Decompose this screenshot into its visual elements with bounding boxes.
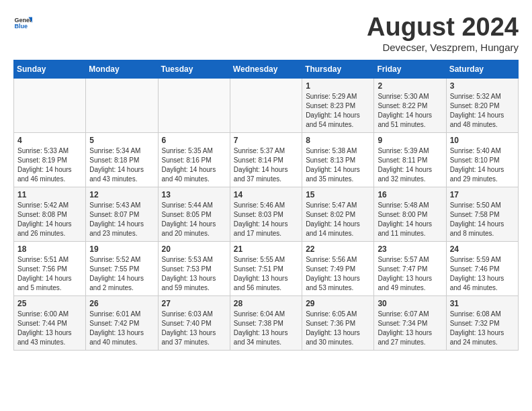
day-number: 14 — [234, 190, 298, 199]
day-info: Sunrise: 5:33 AM Sunset: 8:19 PM Dayligh… — [17, 146, 82, 184]
day-number: 27 — [162, 299, 226, 308]
calendar-cell: 24Sunrise: 5:59 AM Sunset: 7:46 PM Dayli… — [446, 241, 518, 295]
calendar-cell: 31Sunrise: 6:08 AM Sunset: 7:32 PM Dayli… — [446, 295, 518, 350]
calendar-cell: 1Sunrise: 5:29 AM Sunset: 8:23 PM Daylig… — [302, 78, 374, 132]
page-header: General Blue August 2024 Devecser, Veszp… — [13, 13, 519, 53]
day-info: Sunrise: 5:48 AM Sunset: 8:00 PM Dayligh… — [378, 201, 442, 238]
day-number: 11 — [17, 190, 82, 199]
calendar-cell: 4Sunrise: 5:33 AM Sunset: 8:19 PM Daylig… — [14, 132, 86, 187]
month-title: August 2024 — [367, 13, 519, 42]
day-info: Sunrise: 5:56 AM Sunset: 7:49 PM Dayligh… — [306, 255, 370, 293]
calendar-cell: 11Sunrise: 5:42 AM Sunset: 8:08 PM Dayli… — [14, 187, 86, 241]
calendar-cell: 22Sunrise: 5:56 AM Sunset: 7:49 PM Dayli… — [302, 241, 374, 295]
title-block: August 2024 Devecser, Veszprem, Hungary — [367, 13, 519, 53]
day-info: Sunrise: 5:46 AM Sunset: 8:03 PM Dayligh… — [234, 201, 298, 238]
calendar-cell — [158, 78, 230, 132]
day-info: Sunrise: 5:38 AM Sunset: 8:13 PM Dayligh… — [306, 146, 370, 184]
week-row-4: 18Sunrise: 5:51 AM Sunset: 7:56 PM Dayli… — [14, 241, 519, 295]
day-number: 17 — [450, 190, 515, 199]
calendar-cell: 6Sunrise: 5:35 AM Sunset: 8:16 PM Daylig… — [158, 132, 230, 187]
calendar-cell: 10Sunrise: 5:40 AM Sunset: 8:10 PM Dayli… — [446, 132, 518, 187]
day-number: 15 — [306, 190, 370, 199]
day-number: 29 — [306, 299, 370, 308]
week-row-1: 1Sunrise: 5:29 AM Sunset: 8:23 PM Daylig… — [14, 78, 519, 132]
calendar-cell — [86, 78, 158, 132]
weekday-header-tuesday: Tuesday — [158, 60, 230, 78]
day-number: 5 — [89, 136, 154, 145]
day-number: 3 — [450, 81, 515, 91]
calendar-cell: 23Sunrise: 5:57 AM Sunset: 7:47 PM Dayli… — [374, 241, 446, 295]
day-info: Sunrise: 6:05 AM Sunset: 7:36 PM Dayligh… — [306, 310, 370, 347]
day-number: 8 — [306, 136, 370, 145]
calendar-cell: 13Sunrise: 5:44 AM Sunset: 8:05 PM Dayli… — [158, 187, 230, 241]
day-info: Sunrise: 5:52 AM Sunset: 7:55 PM Dayligh… — [89, 255, 154, 293]
location-subtitle: Devecser, Veszprem, Hungary — [367, 42, 519, 53]
day-number: 2 — [378, 81, 442, 91]
day-info: Sunrise: 5:55 AM Sunset: 7:51 PM Dayligh… — [234, 255, 298, 293]
day-number: 1 — [306, 81, 370, 91]
day-number: 16 — [378, 190, 442, 199]
calendar-cell: 29Sunrise: 6:05 AM Sunset: 7:36 PM Dayli… — [302, 295, 374, 350]
week-row-3: 11Sunrise: 5:42 AM Sunset: 8:08 PM Dayli… — [14, 187, 519, 241]
calendar-cell: 2Sunrise: 5:30 AM Sunset: 8:22 PM Daylig… — [374, 78, 446, 132]
logo: General Blue — [13, 13, 32, 32]
day-info: Sunrise: 5:50 AM Sunset: 7:58 PM Dayligh… — [450, 201, 515, 238]
day-info: Sunrise: 5:40 AM Sunset: 8:10 PM Dayligh… — [450, 146, 515, 184]
weekday-header-friday: Friday — [374, 60, 446, 78]
day-number: 13 — [162, 190, 226, 199]
logo-icon: General Blue — [13, 13, 32, 32]
day-info: Sunrise: 5:53 AM Sunset: 7:53 PM Dayligh… — [162, 255, 226, 293]
calendar-cell: 5Sunrise: 5:34 AM Sunset: 8:18 PM Daylig… — [86, 132, 158, 187]
calendar-cell: 17Sunrise: 5:50 AM Sunset: 7:58 PM Dayli… — [446, 187, 518, 241]
day-number: 7 — [234, 136, 298, 145]
weekday-header-thursday: Thursday — [302, 60, 374, 78]
day-info: Sunrise: 6:08 AM Sunset: 7:32 PM Dayligh… — [450, 310, 515, 347]
calendar-cell: 25Sunrise: 6:00 AM Sunset: 7:44 PM Dayli… — [14, 295, 86, 350]
calendar-cell: 19Sunrise: 5:52 AM Sunset: 7:55 PM Dayli… — [86, 241, 158, 295]
calendar-cell: 27Sunrise: 6:03 AM Sunset: 7:40 PM Dayli… — [158, 295, 230, 350]
day-number: 18 — [17, 244, 82, 254]
day-info: Sunrise: 5:44 AM Sunset: 8:05 PM Dayligh… — [162, 201, 226, 238]
calendar-cell: 28Sunrise: 6:04 AM Sunset: 7:38 PM Dayli… — [230, 295, 302, 350]
calendar-cell: 30Sunrise: 6:07 AM Sunset: 7:34 PM Dayli… — [374, 295, 446, 350]
day-info: Sunrise: 5:37 AM Sunset: 8:14 PM Dayligh… — [234, 146, 298, 184]
day-number: 19 — [89, 244, 154, 254]
calendar-cell: 15Sunrise: 5:47 AM Sunset: 8:02 PM Dayli… — [302, 187, 374, 241]
week-row-2: 4Sunrise: 5:33 AM Sunset: 8:19 PM Daylig… — [14, 132, 519, 187]
day-info: Sunrise: 5:34 AM Sunset: 8:18 PM Dayligh… — [89, 146, 154, 184]
day-number: 31 — [450, 299, 515, 308]
calendar-cell: 12Sunrise: 5:43 AM Sunset: 8:07 PM Dayli… — [86, 187, 158, 241]
calendar-cell: 26Sunrise: 6:01 AM Sunset: 7:42 PM Dayli… — [86, 295, 158, 350]
calendar-cell: 18Sunrise: 5:51 AM Sunset: 7:56 PM Dayli… — [14, 241, 86, 295]
day-number: 9 — [378, 136, 442, 145]
day-info: Sunrise: 6:00 AM Sunset: 7:44 PM Dayligh… — [17, 310, 82, 347]
day-number: 30 — [378, 299, 442, 308]
day-number: 21 — [234, 244, 298, 254]
day-number: 25 — [17, 299, 82, 308]
calendar-cell: 8Sunrise: 5:38 AM Sunset: 8:13 PM Daylig… — [302, 132, 374, 187]
calendar-cell: 20Sunrise: 5:53 AM Sunset: 7:53 PM Dayli… — [158, 241, 230, 295]
day-info: Sunrise: 5:39 AM Sunset: 8:11 PM Dayligh… — [378, 146, 442, 184]
day-info: Sunrise: 5:57 AM Sunset: 7:47 PM Dayligh… — [378, 255, 442, 293]
svg-text:Blue: Blue — [14, 23, 28, 30]
day-info: Sunrise: 5:51 AM Sunset: 7:56 PM Dayligh… — [17, 255, 82, 293]
day-number: 24 — [450, 244, 515, 254]
calendar-cell: 14Sunrise: 5:46 AM Sunset: 8:03 PM Dayli… — [230, 187, 302, 241]
day-info: Sunrise: 6:03 AM Sunset: 7:40 PM Dayligh… — [162, 310, 226, 347]
weekday-header-row: SundayMondayTuesdayWednesdayThursdayFrid… — [14, 60, 519, 78]
calendar-cell: 16Sunrise: 5:48 AM Sunset: 8:00 PM Dayli… — [374, 187, 446, 241]
day-number: 23 — [378, 244, 442, 254]
day-info: Sunrise: 5:30 AM Sunset: 8:22 PM Dayligh… — [378, 92, 442, 130]
day-number: 20 — [162, 244, 226, 254]
day-info: Sunrise: 5:32 AM Sunset: 8:20 PM Dayligh… — [450, 92, 515, 130]
weekday-header-sunday: Sunday — [14, 60, 86, 78]
day-number: 6 — [162, 136, 226, 145]
day-info: Sunrise: 6:01 AM Sunset: 7:42 PM Dayligh… — [89, 310, 154, 347]
day-info: Sunrise: 5:59 AM Sunset: 7:46 PM Dayligh… — [450, 255, 515, 293]
weekday-header-monday: Monday — [86, 60, 158, 78]
day-info: Sunrise: 6:07 AM Sunset: 7:34 PM Dayligh… — [378, 310, 442, 347]
day-number: 22 — [306, 244, 370, 254]
day-info: Sunrise: 5:35 AM Sunset: 8:16 PM Dayligh… — [162, 146, 226, 184]
day-info: Sunrise: 6:04 AM Sunset: 7:38 PM Dayligh… — [234, 310, 298, 347]
calendar-cell — [14, 78, 86, 132]
